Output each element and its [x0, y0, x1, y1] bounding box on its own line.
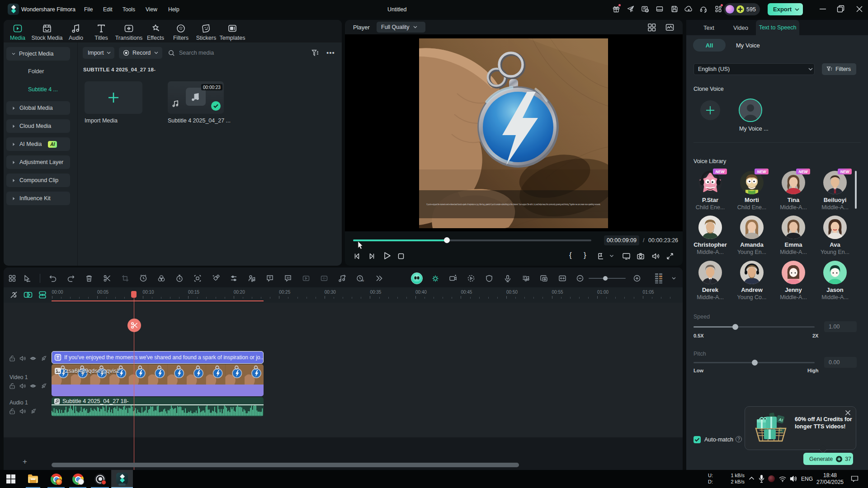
svg-text:If you've enjoyed the moments: If you've enjoyed the moments we've shar… [427, 203, 601, 206]
